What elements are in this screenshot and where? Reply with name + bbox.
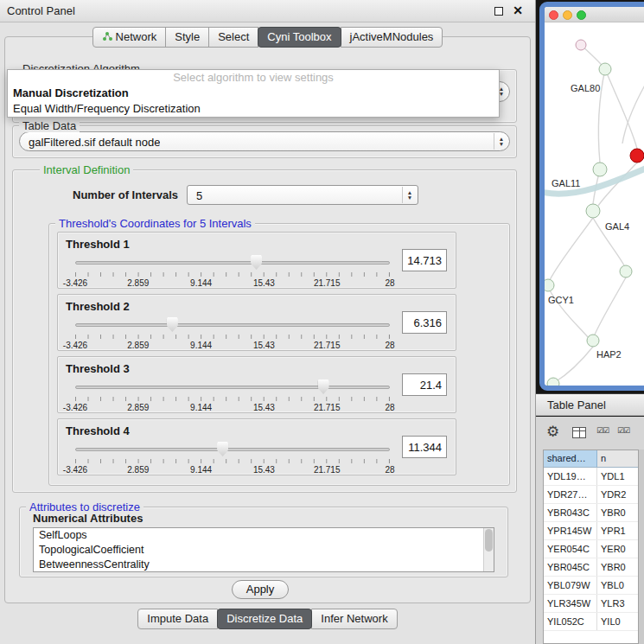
- node-label-gcy1: GCY1: [548, 295, 574, 305]
- slider-thumb[interactable]: [318, 379, 329, 394]
- cell[interactable]: YDL19…: [544, 468, 597, 485]
- column-header-name[interactable]: n: [597, 450, 638, 467]
- table-row[interactable]: YLR345WYLR3: [544, 595, 638, 613]
- number-of-intervals-label: Number of Intervals: [73, 188, 178, 201]
- threshold-4-slider[interactable]: -3.426 2.859 9.144 15.43 21.715 28: [75, 440, 390, 475]
- list-item-topologicalcoefficient[interactable]: TopologicalCoefficient: [34, 543, 494, 558]
- dropdown-hint-option[interactable]: Select algorithm to view settings: [8, 70, 499, 86]
- tick-label: -3.426: [63, 341, 87, 350]
- threshold-3-value-field[interactable]: [402, 373, 447, 396]
- slider-thumb[interactable]: [167, 317, 178, 332]
- network-node[interactable]: [593, 163, 607, 176]
- network-node[interactable]: [599, 63, 611, 75]
- tab-impute-data-label: Impute Data: [147, 612, 208, 625]
- threshold-1-value-field[interactable]: [402, 249, 447, 271]
- tab-network[interactable]: Network: [92, 27, 167, 48]
- cell[interactable]: YER0: [597, 540, 638, 558]
- list-item-selfloops[interactable]: SelfLoops: [34, 528, 494, 543]
- minimize-traffic-icon[interactable]: [563, 10, 572, 20]
- combo-stepper-icon[interactable]: ▲▼: [402, 187, 417, 203]
- slider-thumb[interactable]: [251, 255, 262, 270]
- cell[interactable]: YBL0: [597, 577, 638, 594]
- table-row[interactable]: YBR043CYBR0: [544, 504, 638, 522]
- dropdown-option-manual-discretization[interactable]: Manual Discretization: [8, 86, 499, 101]
- cell[interactable]: YDL1: [597, 468, 638, 485]
- tick-label: 28: [385, 403, 394, 412]
- table-row[interactable]: YIL052CYIL0: [544, 613, 638, 631]
- numerical-attributes-list[interactable]: SelfLoops TopologicalCoefficient Between…: [33, 527, 494, 572]
- network-canvas[interactable]: GAL80 GAL11 GAL4 GCY1 HAP2: [545, 22, 644, 386]
- cell[interactable]: YIL052C: [544, 613, 597, 630]
- tick-label: 28: [385, 341, 394, 350]
- dropdown-option-equal-width-frequency[interactable]: Equal Width/Frequency Discretization: [8, 101, 499, 117]
- number-of-intervals-combo[interactable]: 5 ▲▼: [187, 185, 418, 205]
- table-data-combo[interactable]: galFiltered.sif default node ▲▼: [19, 131, 510, 151]
- right-side-panel: GAL80 GAL11 GAL4 GCY1 HAP2 Table Panel ⚙…: [536, 0, 644, 644]
- network-node[interactable]: [545, 279, 554, 291]
- list-scrollbar[interactable]: [483, 528, 494, 571]
- network-node[interactable]: [586, 204, 600, 218]
- slider-thumb[interactable]: [217, 442, 228, 456]
- slider-track[interactable]: [75, 448, 390, 451]
- threshold-2-panel: Threshold 2 -3.426 2.859 9.144 15.43 21.…: [57, 294, 456, 351]
- threshold-2-value-field[interactable]: [402, 311, 447, 334]
- table-row[interactable]: YER054CYER0: [544, 540, 638, 558]
- threshold-1-slider[interactable]: -3.426 2.859 9.144 15.43 21.715 28: [75, 253, 390, 288]
- slider-track[interactable]: [75, 261, 390, 265]
- cell[interactable]: YBR043C: [544, 504, 597, 521]
- float-window-icon[interactable]: [494, 7, 503, 16]
- threshold-1-label: Threshold 1: [66, 238, 130, 251]
- cell[interactable]: YBR0: [597, 504, 638, 521]
- network-node[interactable]: [620, 265, 632, 277]
- threshold-4-value-field[interactable]: [402, 436, 447, 458]
- table-scrollbar[interactable]: [639, 450, 644, 644]
- threshold-2-slider[interactable]: -3.426 2.859 9.144 15.43 21.715 28: [75, 316, 390, 350]
- table-row[interactable]: YPR145WYPR1: [544, 522, 638, 540]
- select-all-checkboxes-icon[interactable]: ☑☑: [596, 426, 609, 435]
- tab-infer-network[interactable]: Infer Network: [311, 609, 397, 629]
- table-row[interactable]: YDL19…YDL1: [544, 468, 638, 486]
- threshold-3-slider[interactable]: -3.426 2.859 9.144 15.43 21.715 28: [75, 378, 390, 412]
- tab-select[interactable]: Select: [208, 27, 258, 48]
- table-row[interactable]: YDR27…YDR2: [544, 486, 638, 504]
- tick-label: 21.715: [314, 465, 341, 475]
- cell[interactable]: YIL0: [597, 613, 638, 630]
- apply-button[interactable]: Apply: [232, 580, 289, 599]
- hide-checkboxes-icon[interactable]: ☑☑: [617, 426, 629, 435]
- cell[interactable]: YDR27…: [544, 486, 597, 503]
- network-node[interactable]: [576, 40, 586, 50]
- cell[interactable]: YBR045C: [544, 558, 597, 576]
- tab-impute-data[interactable]: Impute Data: [137, 609, 218, 629]
- network-window-titlebar: [545, 7, 644, 22]
- table-row[interactable]: YBL079WYBL0: [544, 577, 638, 595]
- slider-track[interactable]: [75, 323, 390, 327]
- tab-cyni-toolbox[interactable]: Cyni Toolbox: [258, 27, 341, 48]
- network-node[interactable]: [547, 378, 559, 386]
- combo-stepper-icon[interactable]: ▲▼: [494, 133, 508, 150]
- cell[interactable]: YBR0: [597, 558, 638, 576]
- cell[interactable]: YER054C: [544, 540, 597, 558]
- tab-discretize-data[interactable]: Discretize Data: [217, 609, 312, 629]
- columns-icon[interactable]: [572, 427, 586, 438]
- tab-jactivemnodules[interactable]: jActiveMNodules: [341, 27, 443, 48]
- bottom-tab-bar: Impute DataDiscretize DataInfer Network: [0, 609, 535, 629]
- list-scrollbar-thumb[interactable]: [485, 529, 493, 552]
- cell[interactable]: YLR345W: [544, 595, 597, 612]
- cell[interactable]: YLR3: [597, 595, 638, 612]
- table-row[interactable]: YBR045CYBR0: [544, 558, 638, 577]
- close-icon[interactable]: ✕: [513, 3, 523, 17]
- gear-icon[interactable]: ⚙: [546, 424, 559, 439]
- close-traffic-icon[interactable]: [549, 10, 558, 20]
- cell[interactable]: YPR145W: [544, 522, 597, 539]
- list-item-betweennesscentrality[interactable]: BetweennessCentrality: [34, 558, 494, 572]
- slider-ticks: [75, 459, 390, 463]
- cell[interactable]: YDR2: [597, 486, 638, 503]
- tab-style[interactable]: Style: [165, 27, 209, 48]
- network-node[interactable]: [587, 335, 599, 347]
- cell[interactable]: YBL079W: [544, 577, 597, 594]
- cell[interactable]: YPR1: [597, 522, 638, 539]
- slider-track[interactable]: [75, 386, 390, 389]
- network-node-selected[interactable]: [630, 149, 644, 163]
- column-header-shared-name[interactable]: shared…: [544, 450, 597, 467]
- zoom-traffic-icon[interactable]: [577, 10, 586, 20]
